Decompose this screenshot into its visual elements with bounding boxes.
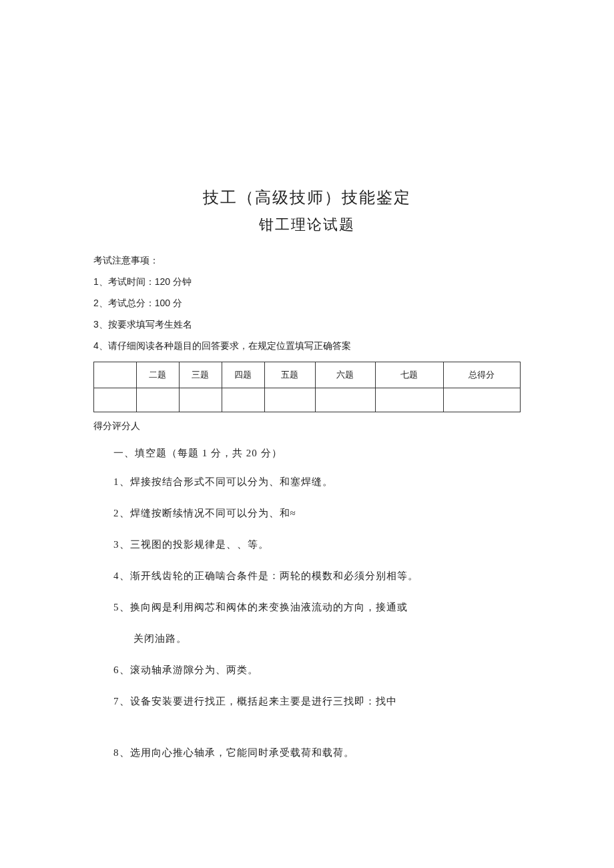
question-item: 3、三视图的投影规律是、、等。 (113, 536, 521, 554)
score-footer: 得分评分人 (93, 420, 521, 432)
notice-item: 3、按要求填写考生姓名 (93, 319, 521, 331)
table-cell (316, 388, 375, 412)
section-title: 一、填空题（每题 1 分，共 20 分） (113, 447, 521, 460)
table-header: 五题 (264, 362, 316, 388)
question-continuation: 关闭油路。 (133, 630, 521, 648)
table-header (94, 362, 137, 388)
table-cell (136, 388, 179, 412)
table-header-row: 二题 三题 四题 五题 六题 七题 总得分 (94, 362, 521, 388)
question-item: 2、焊缝按断续情况不同可以分为、和≈ (113, 504, 521, 522)
table-cell (179, 388, 222, 412)
table-row (94, 388, 521, 412)
table-header: 七题 (375, 362, 443, 388)
notice-header: 考试注意事项： (93, 255, 521, 267)
question-item: 6、滚动轴承游隙分为、两类。 (113, 661, 521, 679)
question-item: 1、焊接按结合形式不同可以分为、和塞焊缝。 (113, 473, 521, 491)
question-item: 7、设备安装要进行找正，概括起来主要是进行三找即：找中 (113, 693, 521, 711)
notice-item: 2、考试总分：100 分 (93, 298, 521, 310)
table-header: 六题 (316, 362, 375, 388)
question-item: 4、渐开线齿轮的正确啮合条件是：两轮的模数和必须分别相等。 (113, 567, 521, 585)
table-header: 二题 (136, 362, 179, 388)
notice-item: 4、请仔细阅读各种题目的回答要求，在规定位置填写正确答案 (93, 340, 521, 352)
table-cell (94, 388, 137, 412)
table-cell (375, 388, 443, 412)
score-table: 二题 三题 四题 五题 六题 七题 总得分 (93, 362, 521, 412)
table-cell (264, 388, 316, 412)
question-item: 8、选用向心推心轴承，它能同时承受载荷和载荷。 (113, 744, 521, 762)
document-title: 技工（高级技师）技能鉴定 (93, 187, 521, 208)
table-header: 总得分 (443, 362, 520, 388)
table-header: 四题 (222, 362, 264, 388)
table-header: 三题 (179, 362, 222, 388)
document-subtitle: 钳工理论试题 (93, 215, 521, 235)
question-item: 5、换向阀是利用阀芯和阀体的来变换油液流动的方向，接通或 (113, 598, 521, 616)
table-cell (443, 388, 520, 412)
notice-item: 1、考试时间：120 分钟 (93, 276, 521, 288)
table-cell (222, 388, 264, 412)
